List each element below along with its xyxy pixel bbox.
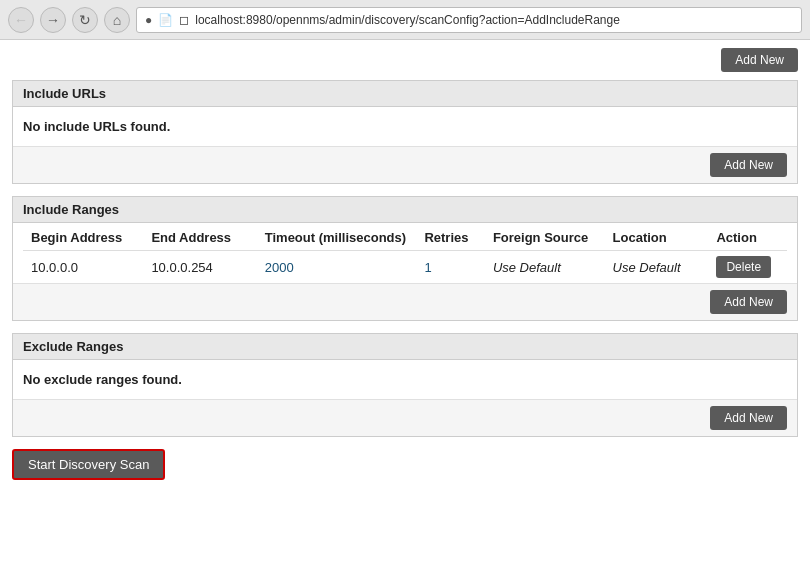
col-header-end: End Address: [143, 225, 256, 251]
col-header-begin: Begin Address: [23, 225, 143, 251]
include-ranges-section: Include Ranges Begin Address End Address…: [12, 196, 798, 321]
row-action: Delete: [708, 251, 787, 284]
include-urls-add-button[interactable]: Add New: [710, 153, 787, 177]
col-header-location: Location: [605, 225, 709, 251]
include-ranges-footer: Add New: [13, 283, 797, 320]
retries-link[interactable]: 1: [424, 260, 431, 275]
forward-button[interactable]: →: [40, 7, 66, 33]
exclude-ranges-add-button[interactable]: Add New: [710, 406, 787, 430]
include-ranges-header: Include Ranges: [13, 197, 797, 223]
page-icon: 📄: [158, 13, 173, 27]
include-urls-header: Include URLs: [13, 81, 797, 107]
top-add-row: Add New: [12, 48, 798, 72]
include-ranges-body: Begin Address End Address Timeout (milli…: [13, 225, 797, 283]
include-urls-no-data: No include URLs found.: [23, 115, 787, 138]
page-content: Add New Include URLs No include URLs fou…: [0, 40, 810, 576]
include-urls-body: No include URLs found.: [13, 107, 797, 146]
include-ranges-add-button[interactable]: Add New: [710, 290, 787, 314]
timeout-link[interactable]: 2000: [265, 260, 294, 275]
col-header-foreign: Foreign Source: [485, 225, 605, 251]
include-urls-footer: Add New: [13, 146, 797, 183]
browser-chrome: ← → ↻ ⌂ ● 📄 ◻ localhost:8980/opennms/adm…: [0, 0, 810, 40]
exclude-ranges-header: Exclude Ranges: [13, 334, 797, 360]
top-add-new-button[interactable]: Add New: [721, 48, 798, 72]
url-text: localhost:8980/opennms/admin/discovery/s…: [195, 13, 793, 27]
col-header-action: Action: [708, 225, 787, 251]
include-ranges-table: Begin Address End Address Timeout (milli…: [23, 225, 787, 283]
delete-button[interactable]: Delete: [716, 256, 771, 278]
home-button[interactable]: ⌂: [104, 7, 130, 33]
start-discovery-scan-button[interactable]: Start Discovery Scan: [12, 449, 165, 480]
back-button[interactable]: ←: [8, 7, 34, 33]
exclude-ranges-section: Exclude Ranges No exclude ranges found. …: [12, 333, 798, 437]
cast-icon: ◻: [179, 13, 189, 27]
row-retries: 1: [416, 251, 484, 284]
exclude-ranges-no-data: No exclude ranges found.: [23, 368, 787, 391]
exclude-ranges-footer: Add New: [13, 399, 797, 436]
security-icon: ●: [145, 13, 152, 27]
col-header-timeout: Timeout (milliseconds): [257, 225, 417, 251]
row-begin-address: 10.0.0.0: [23, 251, 143, 284]
reload-button[interactable]: ↻: [72, 7, 98, 33]
start-scan-area: Start Discovery Scan: [12, 449, 798, 480]
address-bar[interactable]: ● 📄 ◻ localhost:8980/opennms/admin/disco…: [136, 7, 802, 33]
include-urls-section: Include URLs No include URLs found. Add …: [12, 80, 798, 184]
row-end-address: 10.0.0.254: [143, 251, 256, 284]
row-location: Use Default: [605, 251, 709, 284]
table-row: 10.0.0.0 10.0.0.254 2000 1 Use Default U…: [23, 251, 787, 284]
row-timeout: 2000: [257, 251, 417, 284]
col-header-retries: Retries: [416, 225, 484, 251]
row-foreign-source: Use Default: [485, 251, 605, 284]
exclude-ranges-body: No exclude ranges found.: [13, 360, 797, 399]
